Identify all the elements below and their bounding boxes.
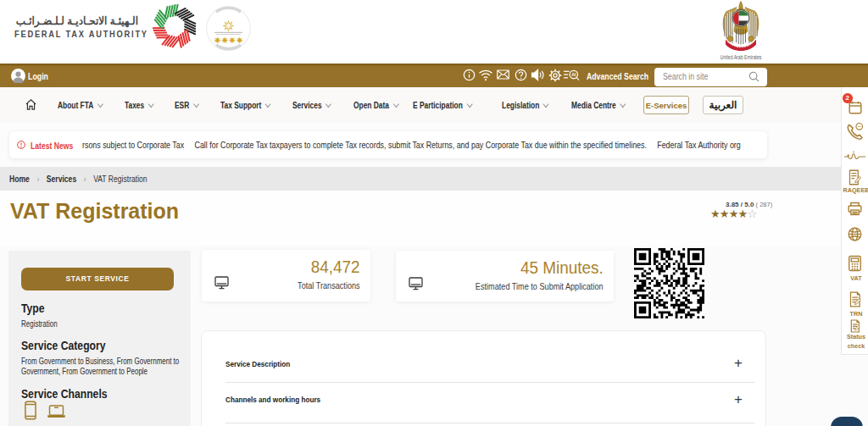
svg-text:AI: AI (571, 72, 576, 77)
